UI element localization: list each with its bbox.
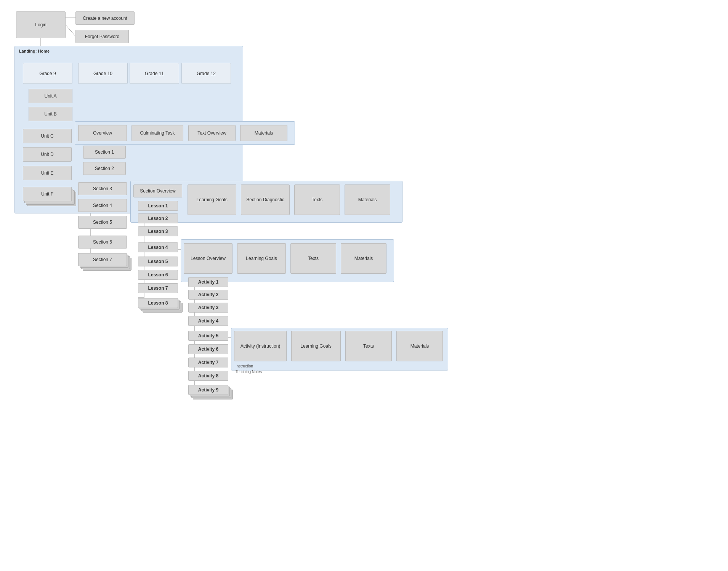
- section-overview-box[interactable]: Section Overview: [133, 184, 182, 197]
- section-overview-label: Section Overview: [140, 188, 175, 194]
- lesson4-box[interactable]: Lesson 4: [138, 242, 178, 252]
- lesson2-label: Lesson 2: [148, 216, 168, 221]
- lesson-texts-box[interactable]: Texts: [290, 243, 336, 274]
- section4-box[interactable]: Section 4: [78, 199, 127, 212]
- activity4-label: Activity 4: [198, 318, 218, 324]
- activity1-box[interactable]: Activity 1: [188, 277, 228, 287]
- activity-texts-label: Texts: [363, 343, 374, 349]
- section6-box[interactable]: Section 6: [78, 236, 127, 249]
- activity7-label: Activity 7: [198, 360, 218, 365]
- diagram-container: Login Create a new account Forgot Passwo…: [0, 0, 728, 571]
- section3-box[interactable]: Section 3: [78, 182, 127, 195]
- activity-texts-box[interactable]: Texts: [345, 331, 392, 361]
- forgot-password-box[interactable]: Forgot Password: [75, 30, 129, 43]
- section-learning-goals-label: Learning Goals: [196, 197, 227, 202]
- lesson8-box[interactable]: Lesson 8: [138, 298, 178, 308]
- section1-box[interactable]: Section 1: [83, 146, 126, 159]
- lesson-learning-goals-box[interactable]: Learning Goals: [237, 243, 286, 274]
- create-account-label: Create a new account: [83, 16, 127, 21]
- lesson-learning-goals-label: Learning Goals: [246, 256, 277, 261]
- svg-line-1: [66, 25, 75, 36]
- lesson-texts-label: Texts: [308, 256, 319, 261]
- unit-b-box[interactable]: Unit B: [29, 107, 72, 121]
- overview-box[interactable]: Overview: [78, 125, 127, 141]
- section7-label: Section 7: [93, 257, 112, 262]
- lesson-overview-label: Lesson Overview: [191, 256, 226, 261]
- activity-materials-label: Materials: [411, 343, 429, 349]
- section-learning-goals-box[interactable]: Learning Goals: [188, 184, 236, 215]
- lesson-materials-box[interactable]: Materials: [341, 243, 386, 274]
- grade9-box[interactable]: Grade 9: [23, 63, 72, 84]
- lesson8-label: Lesson 8: [148, 300, 168, 306]
- grade12-label: Grade 12: [197, 71, 216, 76]
- lesson5-box[interactable]: Lesson 5: [138, 257, 178, 266]
- lesson6-label: Lesson 6: [148, 272, 168, 277]
- lesson3-box[interactable]: Lesson 3: [138, 226, 178, 236]
- landing-home-label: Landing: Home: [19, 49, 50, 53]
- activity6-label: Activity 6: [198, 346, 218, 352]
- section6-label: Section 6: [93, 239, 112, 245]
- grade10-label: Grade 10: [93, 71, 112, 76]
- activity-materials-box[interactable]: Materials: [396, 331, 443, 361]
- activity7-box[interactable]: Activity 7: [188, 358, 228, 367]
- unit-e-box[interactable]: Unit E: [23, 166, 72, 180]
- text-overview-unit-box[interactable]: Text Overview: [188, 125, 236, 141]
- section2-box[interactable]: Section 2: [83, 162, 126, 175]
- lesson7-box[interactable]: Lesson 7: [138, 283, 178, 293]
- section-texts-box[interactable]: Texts: [294, 184, 340, 215]
- create-account-box[interactable]: Create a new account: [75, 11, 135, 25]
- activity9-box[interactable]: Activity 9: [188, 385, 228, 395]
- materials-unit-label: Materials: [255, 130, 273, 136]
- activity2-box[interactable]: Activity 2: [188, 290, 228, 300]
- materials-unit-box[interactable]: Materials: [240, 125, 287, 141]
- activity3-box[interactable]: Activity 3: [188, 303, 228, 313]
- grade11-box[interactable]: Grade 11: [130, 63, 179, 84]
- section4-label: Section 4: [93, 203, 112, 208]
- culminating-task-box[interactable]: Culminating Task: [131, 125, 183, 141]
- culminating-task-label: Culminating Task: [140, 130, 175, 136]
- activity2-label: Activity 2: [198, 292, 218, 297]
- section-texts-label: Texts: [312, 197, 322, 202]
- lesson6-box[interactable]: Lesson 6: [138, 270, 178, 280]
- overview-label: Overview: [93, 130, 112, 136]
- grade9-label: Grade 9: [39, 71, 56, 76]
- activity5-label: Activity 5: [198, 333, 218, 338]
- unit-d-box[interactable]: Unit D: [23, 147, 72, 162]
- lesson2-box[interactable]: Lesson 2: [138, 213, 178, 223]
- activity6-box[interactable]: Activity 6: [188, 344, 228, 354]
- section2-label: Section 2: [95, 166, 114, 171]
- section5-box[interactable]: Section 5: [78, 216, 127, 229]
- section5-label: Section 5: [93, 220, 112, 225]
- section1-label: Section 1: [95, 149, 114, 155]
- login-box[interactable]: Login: [16, 11, 66, 38]
- lesson1-box[interactable]: Lesson 1: [138, 201, 178, 211]
- section-materials-box[interactable]: Materials: [345, 184, 390, 215]
- unit-c-label: Unit C: [41, 133, 53, 139]
- activity-instruction-box[interactable]: Activity (Instruction): [234, 331, 287, 361]
- activity4-box[interactable]: Activity 4: [188, 316, 228, 326]
- lesson-materials-label: Materials: [354, 256, 373, 261]
- unit-b-label: Unit B: [44, 111, 57, 117]
- section-diagnostic-label: Section Diagnostic: [246, 197, 284, 202]
- forgot-password-label: Forgot Password: [85, 34, 120, 39]
- section-diagnostic-box[interactable]: Section Diagnostic: [241, 184, 290, 215]
- lesson1-label: Lesson 1: [148, 203, 168, 209]
- lesson4-label: Lesson 4: [148, 245, 168, 250]
- unit-f-box[interactable]: Unit F: [23, 187, 72, 201]
- activity8-box[interactable]: Activity 8: [188, 371, 228, 381]
- activity-learning-goals-box[interactable]: Learning Goals: [291, 331, 341, 361]
- lesson7-label: Lesson 7: [148, 286, 168, 291]
- grade12-box[interactable]: Grade 12: [181, 63, 231, 84]
- lesson-overview-box[interactable]: Lesson Overview: [184, 243, 233, 274]
- activity9-label: Activity 9: [198, 387, 218, 393]
- unit-a-label: Unit A: [44, 93, 56, 99]
- unit-c-box[interactable]: Unit C: [23, 129, 72, 143]
- text-overview-unit-label: Text Overview: [197, 130, 226, 136]
- unit-a-box[interactable]: Unit A: [29, 89, 72, 103]
- activity5-box[interactable]: Activity 5: [188, 331, 228, 341]
- grade11-label: Grade 11: [145, 71, 164, 76]
- grade10-box[interactable]: Grade 10: [78, 63, 128, 84]
- unit-e-label: Unit E: [41, 170, 54, 176]
- section7-box[interactable]: Section 7: [78, 253, 127, 266]
- unit-d-label: Unit D: [41, 152, 53, 157]
